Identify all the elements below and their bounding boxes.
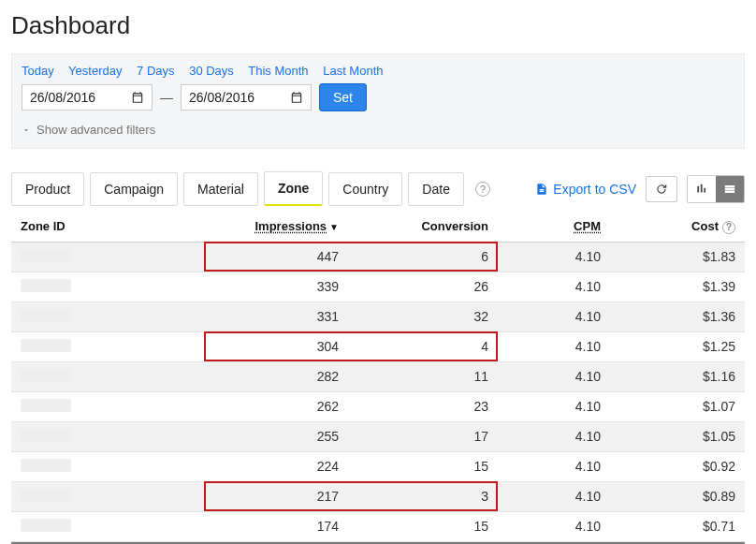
tab-product[interactable]: Product (11, 172, 84, 206)
date-from-input[interactable]: 26/08/2016 (22, 84, 153, 110)
cell-impressions: 262 (198, 391, 348, 421)
cell-impressions: 304 (198, 331, 348, 361)
tab-bar: Product Campaign Material Zone Country D… (11, 171, 490, 206)
view-toggle (687, 175, 745, 203)
view-table-button[interactable] (716, 176, 744, 202)
cell-impressions: 331 (198, 301, 348, 331)
document-icon (535, 183, 548, 196)
data-table: Zone ID Impressions▼ Conversion CPM Cost… (11, 212, 745, 544)
calendar-icon (131, 91, 144, 104)
cell-cpm: 4.10 (498, 331, 610, 361)
quick-yesterday[interactable]: Yesterday (68, 64, 122, 78)
tabs-help-icon[interactable]: ? (475, 182, 490, 197)
tab-zone[interactable]: Zone (264, 171, 323, 206)
date-separator: — (160, 90, 173, 105)
cost-help-icon[interactable]: ? (722, 221, 735, 234)
table-row[interactable]: 255174.10$1.05 (11, 421, 745, 451)
bar-chart-icon (695, 183, 708, 196)
table-row[interactable]: 30444.10$1.25 (11, 331, 745, 361)
table-row[interactable]: 174154.10$0.71 (11, 511, 745, 541)
cell-zone-id (11, 451, 198, 481)
col-cost[interactable]: Cost? (610, 212, 745, 242)
col-cpm[interactable]: CPM (498, 212, 610, 242)
table-row[interactable]: 262234.10$1.07 (11, 391, 745, 421)
filter-bar: Today Yesterday 7 Days 30 Days This Mont… (11, 53, 745, 149)
export-csv-link[interactable]: Export to CSV (535, 182, 636, 197)
quick-today[interactable]: Today (22, 64, 54, 78)
cell-cost: $1.05 (610, 421, 745, 451)
cell-zone-id (11, 391, 198, 421)
cell-cpm: 4.10 (498, 511, 610, 541)
cell-cost: $1.07 (610, 391, 745, 421)
cell-conversion: 26 (348, 272, 498, 301)
cell-conversion: 3 (348, 481, 498, 511)
table-row[interactable]: 339264.10$1.39 (11, 272, 745, 301)
col-zone-id[interactable]: Zone ID (11, 212, 198, 242)
cell-impressions: 447 (198, 242, 348, 272)
cell-impressions: 217 (198, 481, 348, 511)
table-row[interactable]: 44764.10$1.83 (11, 242, 745, 272)
cell-cost: $0.92 (610, 451, 745, 481)
cell-cost: $1.36 (610, 301, 745, 331)
chevron-down-icon (22, 125, 31, 135)
cell-conversion: 32 (348, 301, 498, 331)
export-csv-label: Export to CSV (553, 182, 636, 197)
cell-zone-id (11, 301, 198, 331)
view-chart-button[interactable] (688, 176, 716, 202)
quick-30days[interactable]: 30 Days (189, 64, 234, 78)
cell-impressions: 174 (198, 511, 348, 541)
date-to-value: 26/08/2016 (189, 90, 254, 105)
table-row[interactable]: 224154.10$0.92 (11, 451, 745, 481)
quick-this-month[interactable]: This Month (248, 64, 308, 78)
col-impressions[interactable]: Impressions▼ (198, 212, 348, 242)
cell-cost: $1.25 (610, 331, 745, 361)
advanced-filters-toggle[interactable]: Show advanced filters (22, 123, 734, 137)
cell-cost: $0.89 (610, 481, 745, 511)
cell-zone-id (11, 272, 198, 301)
cell-zone-id (11, 481, 198, 511)
cell-zone-id (11, 331, 198, 361)
table-row[interactable]: 331324.10$1.36 (11, 301, 745, 331)
cell-cpm: 4.10 (498, 242, 610, 272)
cell-impressions: 282 (198, 361, 348, 391)
cell-cost: $1.83 (610, 242, 745, 272)
tab-material[interactable]: Material (183, 172, 258, 206)
cell-impressions: 339 (198, 272, 348, 301)
tab-date[interactable]: Date (408, 172, 464, 206)
table-row[interactable]: 282114.10$1.16 (11, 361, 745, 391)
cell-conversion: 23 (348, 391, 498, 421)
cell-zone-id (11, 242, 198, 272)
col-conversion[interactable]: Conversion (348, 212, 498, 242)
cell-cost: $1.16 (610, 361, 745, 391)
cell-cpm: 4.10 (498, 481, 610, 511)
table-row[interactable]: 21734.10$0.89 (11, 481, 745, 511)
cell-cpm: 4.10 (498, 272, 610, 301)
refresh-icon (655, 183, 668, 196)
tab-country[interactable]: Country (328, 172, 402, 206)
cell-cost: $1.39 (610, 272, 745, 301)
cell-conversion: 6 (348, 242, 498, 272)
cell-zone-id (11, 421, 198, 451)
cell-conversion: 17 (348, 421, 498, 451)
cell-cpm: 4.10 (498, 421, 610, 451)
cell-cpm: 4.10 (498, 301, 610, 331)
quick-last-month[interactable]: Last Month (323, 64, 383, 78)
cell-impressions: 224 (198, 451, 348, 481)
cell-conversion: 4 (348, 331, 498, 361)
quick-7days[interactable]: 7 Days (137, 64, 174, 78)
tab-campaign[interactable]: Campaign (90, 172, 178, 206)
cell-conversion: 15 (348, 451, 498, 481)
refresh-button[interactable] (646, 176, 677, 202)
cell-zone-id (11, 511, 198, 541)
quick-date-links: Today Yesterday 7 Days 30 Days This Mont… (22, 64, 734, 78)
date-to-input[interactable]: 26/08/2016 (181, 84, 312, 110)
table-icon (723, 183, 736, 196)
cell-cpm: 4.10 (498, 451, 610, 481)
advanced-filters-label: Show advanced filters (36, 123, 155, 137)
data-table-wrap: Zone ID Impressions▼ Conversion CPM Cost… (11, 212, 745, 544)
date-from-value: 26/08/2016 (30, 90, 95, 105)
cell-cpm: 4.10 (498, 361, 610, 391)
cell-cpm: 4.10 (498, 391, 610, 421)
cell-cost: $0.71 (610, 511, 745, 541)
set-button[interactable]: Set (319, 83, 367, 111)
